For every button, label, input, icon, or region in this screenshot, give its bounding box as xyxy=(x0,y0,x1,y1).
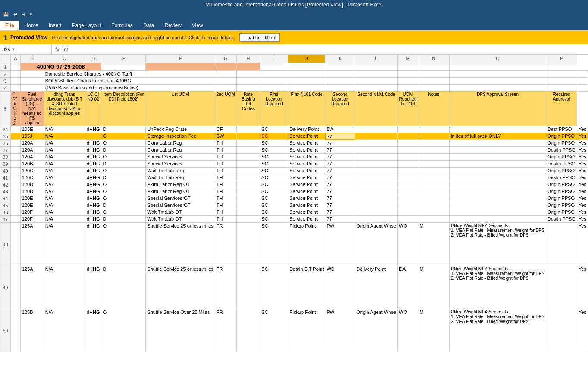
cell-g48[interactable]: FR xyxy=(215,223,236,266)
cell-n2[interactable] xyxy=(450,71,546,78)
cell-d50[interactable]: dHHG xyxy=(85,309,101,352)
cell-m41[interactable] xyxy=(398,174,418,181)
cell-d42[interactable]: dHHG xyxy=(85,181,101,188)
cell-e41[interactable]: D xyxy=(101,174,146,181)
cell-m49[interactable]: DA xyxy=(398,266,418,309)
col-header-k[interactable]: K xyxy=(325,55,355,63)
cell-e46[interactable]: O xyxy=(101,209,146,216)
cell-q39[interactable]: Yes xyxy=(577,161,588,168)
cell-j4[interactable] xyxy=(325,85,355,92)
col-header-m[interactable]: M xyxy=(398,55,418,63)
cell-g37[interactable]: TH xyxy=(215,147,236,154)
cell-m40[interactable] xyxy=(398,168,418,174)
cell-d48[interactable]: dHHG xyxy=(85,223,101,266)
cell-f3[interactable] xyxy=(215,78,236,85)
cell-o37[interactable] xyxy=(450,147,546,154)
cell-c38[interactable]: N/A xyxy=(44,154,85,161)
cell-k50[interactable]: PW xyxy=(325,309,355,352)
cell-p46[interactable]: Origin PPSO xyxy=(546,209,577,216)
cell-p45[interactable]: Origin PPSO xyxy=(546,202,577,209)
cell-c41[interactable]: N/A xyxy=(44,174,85,181)
cell-g36[interactable]: TH xyxy=(215,140,236,147)
cell-g44[interactable]: TH xyxy=(215,195,236,202)
cell-a40[interactable] xyxy=(11,168,21,174)
undo-button[interactable]: ↩ xyxy=(12,11,19,18)
cell-a43[interactable] xyxy=(11,188,21,195)
cell-d40[interactable]: dHHG xyxy=(85,168,101,174)
cell-g38[interactable]: TH xyxy=(215,154,236,161)
cell-q36[interactable]: Yes xyxy=(577,140,588,147)
cell-h39[interactable] xyxy=(236,161,260,168)
cell-a50[interactable] xyxy=(11,309,21,352)
cell-k41[interactable]: 77 xyxy=(325,174,355,181)
cell-l44[interactable] xyxy=(355,195,398,202)
cell-p40[interactable]: Origin PPSO xyxy=(546,168,577,174)
cell-q44[interactable]: Yes xyxy=(577,195,588,202)
cell-p3[interactable] xyxy=(577,78,588,85)
cell-o43[interactable] xyxy=(450,188,546,195)
cell-p47[interactable]: Destin PPSO xyxy=(546,216,577,223)
cell-n41[interactable] xyxy=(418,174,449,181)
cell-h47[interactable] xyxy=(236,216,260,223)
redo-button[interactable]: ↪ xyxy=(20,11,27,18)
cell-m38[interactable] xyxy=(398,154,418,161)
cell-l40[interactable] xyxy=(355,168,398,174)
cell-o50[interactable]: Utilize Weight MEA Segments:1. MEA Flat … xyxy=(450,309,546,352)
cell-b48[interactable]: 125A xyxy=(20,223,44,266)
cell-a44[interactable] xyxy=(11,195,21,202)
cell-m46[interactable] xyxy=(398,209,418,216)
cell-o48[interactable]: Utilize Weight MEA Segments:1. MEA Flat … xyxy=(450,223,546,266)
cell-n45[interactable] xyxy=(418,202,449,209)
cell-b45[interactable]: 120E xyxy=(20,202,44,209)
cell-o42[interactable] xyxy=(450,181,546,188)
cell-h45[interactable] xyxy=(236,202,260,209)
cell-i35[interactable]: SC xyxy=(260,133,288,140)
cell-a42[interactable] xyxy=(11,181,21,188)
cell-b44[interactable]: 120E xyxy=(20,195,44,202)
cell-a1[interactable] xyxy=(11,63,21,71)
cell-d34[interactable]: dHHG xyxy=(85,126,101,133)
cell-a49[interactable] xyxy=(11,266,21,309)
cell-j47[interactable]: Service Point xyxy=(288,216,325,223)
cell-k36[interactable]: 77 xyxy=(325,140,355,147)
cell-n43[interactable] xyxy=(418,188,449,195)
cell-a34[interactable] xyxy=(11,126,21,133)
cell-j49[interactable]: Destin SIT Point xyxy=(288,266,325,309)
cell-b46[interactable]: 120F xyxy=(20,209,44,216)
cell-j39[interactable]: Service Point xyxy=(288,161,325,168)
cell-h48[interactable] xyxy=(236,223,260,266)
cell-i48[interactable]: SC xyxy=(260,223,288,266)
cell-q43[interactable]: Yes xyxy=(577,188,588,195)
cell-h42[interactable] xyxy=(236,181,260,188)
cell-n40[interactable] xyxy=(418,168,449,174)
cell-c50[interactable]: N/A xyxy=(44,309,85,352)
cell-q38[interactable]: Yes xyxy=(577,154,588,161)
cell-g1[interactable] xyxy=(215,63,236,71)
cell-b36[interactable]: 120A xyxy=(20,140,44,147)
cell-c42[interactable]: N/A xyxy=(44,181,85,188)
cell-b40[interactable]: 120C xyxy=(20,168,44,174)
cell-f43[interactable]: Extra Labor Reg-OT xyxy=(146,188,215,195)
cell-k43[interactable]: 77 xyxy=(325,188,355,195)
cell-q45[interactable]: Yes xyxy=(577,202,588,209)
tab-file[interactable]: File xyxy=(0,21,19,30)
cell-h44[interactable] xyxy=(236,195,260,202)
cell-j1[interactable] xyxy=(288,63,325,71)
cell-g47[interactable]: TH xyxy=(215,216,236,223)
cell-reference-box[interactable]: J35 ▾ xyxy=(0,44,52,54)
cell-d41[interactable]: dHHG xyxy=(85,174,101,181)
cell-o44[interactable] xyxy=(450,195,546,202)
cell-l3[interactable] xyxy=(398,78,418,85)
cell-i39[interactable]: SC xyxy=(260,161,288,168)
cell-l39[interactable] xyxy=(355,161,398,168)
cell-j34[interactable]: Delivery Point xyxy=(288,126,325,133)
cell-l43[interactable] xyxy=(355,188,398,195)
cell-n34[interactable] xyxy=(418,126,449,133)
cell-d49[interactable]: dHHG xyxy=(85,266,101,309)
cell-f34[interactable]: UnPack Reg Crate xyxy=(146,126,215,133)
cell-o45[interactable] xyxy=(450,202,546,209)
cell-k1[interactable] xyxy=(325,63,355,71)
cell-k38[interactable]: 77 xyxy=(325,154,355,161)
cell-l35[interactable] xyxy=(355,133,398,140)
cell-m35[interactable] xyxy=(398,133,418,140)
